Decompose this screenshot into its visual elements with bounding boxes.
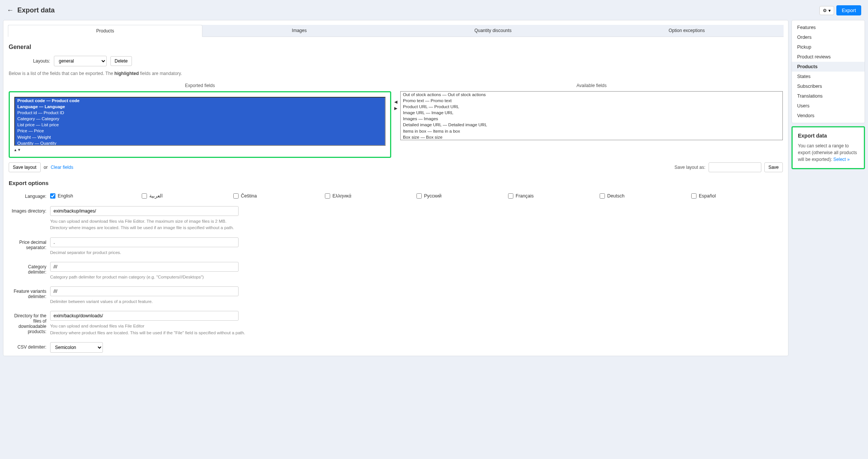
export-info-panel: Export data You can select a range to ex… <box>791 126 865 169</box>
save-layout-as-button[interactable]: Save <box>764 162 783 172</box>
save-layout-as-input[interactable] <box>709 162 761 172</box>
sidebar-item-vendors[interactable]: Vendors <box>792 111 865 121</box>
list-item[interactable]: Box size — Box size <box>401 134 782 140</box>
gear-icon: ⚙ <box>823 8 827 13</box>
list-item[interactable]: Product code — Product code <box>15 98 385 104</box>
list-item[interactable]: Category — Category <box>15 116 385 122</box>
checkbox[interactable] <box>416 193 422 199</box>
select-range-link[interactable]: Select » <box>833 157 850 162</box>
list-item[interactable]: Quantity — Quantity <box>15 140 385 146</box>
sidebar-item-states[interactable]: States <box>792 72 865 81</box>
list-item[interactable]: Price — Price <box>15 128 385 134</box>
sidebar-item-orders[interactable]: Orders <box>792 32 865 42</box>
tab-products[interactable]: Products <box>8 25 202 37</box>
list-item[interactable]: Images — Images <box>401 116 782 122</box>
exported-fields-highlight: Product code — Product codeLanguage — La… <box>9 91 391 158</box>
move-up-icon[interactable]: ▴ <box>14 147 17 152</box>
checkbox[interactable] <box>325 193 330 199</box>
checkbox[interactable] <box>508 193 513 199</box>
checkbox[interactable] <box>233 193 239 199</box>
tab-quantity-discounts[interactable]: Quantity discounts <box>396 25 590 37</box>
clear-fields-link[interactable]: Clear fields <box>51 165 73 170</box>
tab-option-exceptions[interactable]: Option exceptions <box>590 25 784 37</box>
language-label-text: Ελληνικά <box>332 193 351 199</box>
settings-gear-button[interactable]: ⚙ ▾ <box>819 6 834 15</box>
layouts-select[interactable]: general <box>54 56 107 66</box>
save-layout-button[interactable]: Save layout <box>9 162 41 172</box>
available-fields-title: Available fields <box>400 83 783 88</box>
csv-delim-select[interactable]: Semicolon <box>50 342 103 353</box>
or-text: or <box>44 165 48 170</box>
list-item[interactable]: Weight — Weight <box>15 134 385 140</box>
language-checkbox[interactable]: Čeština <box>233 191 325 200</box>
feat-delim-help: Delimiter between variant values of a pr… <box>50 298 783 305</box>
export-info-text: You can select a range to export (otherw… <box>798 142 859 163</box>
language-label: Language: <box>9 191 50 199</box>
cat-delim-help: Category path delimiter for product main… <box>50 274 783 280</box>
sidebar-item-features[interactable]: Features <box>792 23 865 32</box>
download-dir-input[interactable] <box>50 311 239 321</box>
export-button[interactable]: Export <box>836 5 861 15</box>
language-checkbox[interactable]: English <box>50 191 142 200</box>
list-item[interactable]: Product id — Product ID <box>15 110 385 116</box>
sidebar-item-users[interactable]: Users <box>792 101 865 111</box>
move-down-icon[interactable]: ▾ <box>18 147 20 152</box>
checkbox[interactable] <box>691 193 697 199</box>
exported-fields-title: Exported fields <box>9 83 391 88</box>
images-dir-label: Images directory: <box>9 206 50 214</box>
sidebar-item-translations[interactable]: Translations <box>792 91 865 101</box>
price-sep-label: Price decimal separator: <box>9 237 50 250</box>
sidebar-item-subscribers[interactable]: Subscribers <box>792 81 865 91</box>
sidebar-item-pickup[interactable]: Pickup <box>792 42 865 52</box>
delete-layout-button[interactable]: Delete <box>110 56 132 66</box>
language-label-text: Español <box>699 193 716 199</box>
content-panel: ProductsImagesQuantity discountsOption e… <box>3 20 788 356</box>
list-item[interactable]: Language — Language <box>15 104 385 110</box>
save-layout-as-label: Save layout as: <box>675 165 706 170</box>
export-info-title: Export data <box>798 133 859 139</box>
layouts-label: Layouts: <box>9 58 50 64</box>
language-label-text: العربية <box>149 193 163 199</box>
fields-note: Below is a list of the fields that can b… <box>9 71 783 81</box>
csv-delim-label: CSV delimiter: <box>9 342 50 350</box>
list-item[interactable]: Items in box — Items in a box <box>401 128 782 134</box>
sidebar-item-products[interactable]: Products <box>792 62 865 72</box>
cat-delim-input[interactable] <box>50 262 239 272</box>
move-right-icon[interactable]: ▶ <box>394 106 397 111</box>
move-left-icon[interactable]: ◀ <box>394 99 397 104</box>
language-checkbox[interactable]: العربية <box>142 191 233 200</box>
list-item[interactable]: Out of stock actions — Out of stock acti… <box>401 92 782 98</box>
feat-delim-input[interactable] <box>50 286 239 296</box>
back-arrow-icon[interactable]: ← <box>7 6 14 14</box>
tab-images[interactable]: Images <box>202 25 396 37</box>
list-item[interactable]: Product URL — Product URL <box>401 104 782 110</box>
list-item[interactable]: List price — List price <box>15 122 385 128</box>
language-label-text: Français <box>516 193 534 199</box>
list-item[interactable]: Image URL — Image URL <box>401 110 782 116</box>
language-checkbox[interactable]: Français <box>508 191 600 200</box>
images-dir-input[interactable] <box>50 206 239 216</box>
language-label-text: English <box>58 193 73 199</box>
checkbox[interactable] <box>600 193 605 199</box>
list-item[interactable]: Promo text — Promo text <box>401 98 782 104</box>
images-dir-help: You can upload and download files via Fi… <box>50 218 783 231</box>
list-item[interactable]: Detailed image URL — Detailed image URL <box>401 122 782 128</box>
available-fields-list[interactable]: Out of stock actions — Out of stock acti… <box>400 91 783 140</box>
download-dir-label: Directory for the files of downloadable … <box>9 311 50 334</box>
language-checkbox[interactable]: Русский <box>416 191 508 200</box>
language-checkbox[interactable]: Español <box>691 191 783 200</box>
export-options-title: Export options <box>3 177 788 188</box>
price-sep-help: Decimal separator for product prices. <box>50 249 783 256</box>
download-dir-help: You can upload and download files via Fi… <box>50 323 783 336</box>
language-checkbox[interactable]: Ελληνικά <box>325 191 416 200</box>
exported-fields-list[interactable]: Product code — Product codeLanguage — La… <box>14 97 386 146</box>
checkbox[interactable] <box>50 193 55 199</box>
sidebar-item-product-reviews[interactable]: Product reviews <box>792 52 865 62</box>
tabs-bar: ProductsImagesQuantity discountsOption e… <box>8 25 784 37</box>
caret-down-icon: ▾ <box>828 8 831 13</box>
language-checkbox[interactable]: Deutsch <box>600 191 691 200</box>
language-label-text: Deutsch <box>607 193 625 199</box>
price-sep-input[interactable] <box>50 237 239 247</box>
sidebar-panel: FeaturesOrdersPickupProduct reviewsProdu… <box>791 20 865 123</box>
checkbox[interactable] <box>142 193 147 199</box>
